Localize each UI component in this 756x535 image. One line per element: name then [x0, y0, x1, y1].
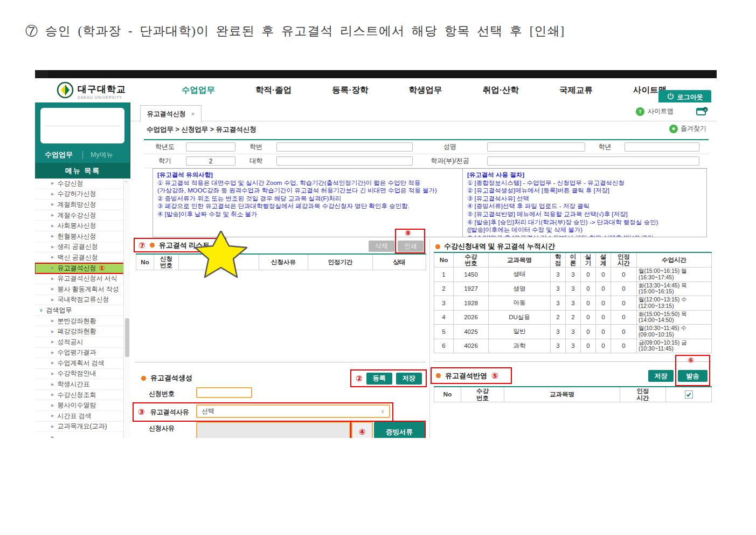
apply-title-box: 유고결석반영 ⑤	[431, 367, 512, 384]
sidebar-item-10[interactable]: ▶봉사 활동계획서 작성	[35, 284, 130, 295]
save-button[interactable]: 저장	[396, 373, 422, 385]
nav-item-5[interactable]: 국제교류	[559, 85, 593, 96]
sidebar-item-5[interactable]: ▶헌혈봉사신청	[35, 231, 130, 242]
sidebar-scrollbar[interactable]: ^	[123, 179, 130, 438]
notice-line: ④ [발송]이후 날짜 수정 및 취소 불가	[157, 210, 458, 218]
notice-title: [유고결석 유의사항]	[157, 171, 458, 179]
sidebar-item-2[interactable]: ▶계절희망신청	[35, 200, 130, 210]
favorite-link[interactable]: ★ 즐겨찾기	[669, 124, 706, 133]
notice-line: ([발송]이후에는 데이터 수정 및 삭제 불가)	[467, 226, 702, 234]
apply-table: No수강 번호교과목명인정 시간	[434, 386, 712, 402]
university-logo[interactable]: 대구대학교 DAEGU UNIVERSITY	[57, 81, 126, 101]
field-label-grade: 학년	[585, 142, 625, 152]
triangle-right-icon: ▶	[51, 245, 54, 249]
sidebar-tabs: 수업업무 My메뉴	[35, 147, 130, 163]
sidebar-item-1[interactable]: ▶수강허가신청	[35, 189, 130, 200]
triangle-right-icon: ▶	[51, 287, 54, 291]
apply-save-button[interactable]: 저장	[648, 370, 674, 382]
sidebar-item-6[interactable]: ▶생리 공결신청	[35, 242, 130, 253]
favorite-label: 즐겨찾기	[681, 124, 706, 133]
reason-select-dropdown[interactable]: 선택 ∨	[196, 404, 390, 418]
semester-input[interactable]: 2	[186, 156, 235, 166]
scroll-up-icon[interactable]: ^	[125, 180, 127, 184]
enroll-cell: 0	[581, 268, 596, 282]
sidebar-item-0[interactable]: ▶수강신청	[35, 179, 130, 189]
scrollbar-thumb[interactable]	[125, 318, 129, 357]
triangle-right-icon: ▶	[51, 424, 54, 429]
grade-input[interactable]	[625, 142, 699, 152]
evidence-button[interactable]: 증빙서류	[374, 422, 425, 438]
annotation-6: ⑥	[688, 356, 694, 365]
nav-item-2[interactable]: 등록·장학	[332, 85, 368, 96]
sidebar-item-15[interactable]: ▶성적공시	[35, 337, 130, 348]
enroll-cell: 금(09:00~10:15) 금(10:30~11:45)	[637, 339, 712, 353]
sidebar-item-21[interactable]: ▶봉사이수열람	[35, 400, 130, 411]
sidebar-item-3[interactable]: ▶계절수강신청	[35, 210, 130, 221]
field-label-college: 대학	[235, 156, 276, 166]
enroll-cell: 3	[551, 282, 566, 296]
apply-reason-textarea[interactable]	[196, 422, 350, 438]
triangle-right-icon: ▶	[51, 234, 54, 238]
apply-title-label: 유고결석반영	[445, 371, 487, 381]
university-logo-icon	[57, 81, 74, 101]
sidebar-item-22[interactable]: ▶시간표 검색	[35, 411, 130, 422]
sidebar-item-label: 성적공시	[57, 338, 83, 347]
enroll-cell: 0	[596, 310, 611, 325]
site-header: 대구대학교 DAEGU UNIVERSITY 수업업무학적·졸업등록·장학학생업…	[35, 78, 717, 102]
enroll-cell: 0	[596, 296, 611, 311]
enroll-column-header: 설 계	[596, 252, 611, 268]
college-input[interactable]	[276, 156, 413, 166]
sidebar-item-14[interactable]: ▶폐강강좌현황	[35, 326, 130, 337]
sidebar-item-7[interactable]: ▶백신 공결신청	[35, 252, 130, 263]
sidebar-item-12[interactable]: ∨검색업무	[35, 305, 130, 316]
panel-divider	[429, 239, 430, 438]
sidebar-item-8[interactable]: ▶유고결석신청①	[35, 263, 130, 274]
table-row: 11450생태33000월(15:00~16:15) 월(16:30~17:45…	[434, 268, 712, 282]
sidebar-tab-lecture[interactable]: 수업업무	[45, 150, 73, 160]
header-select-checkbox[interactable]	[685, 390, 693, 399]
sidebar-item-label: 계절수강신청	[57, 211, 96, 220]
studentno-input[interactable]	[276, 142, 413, 152]
triangle-right-icon: ▶	[51, 372, 54, 376]
sidebar-item-9[interactable]: ▶유고결석신청서 서식	[35, 273, 130, 284]
sidebar-item-18[interactable]: ▶수강학점안내	[35, 369, 130, 380]
table-row: 21927생명33000화(13:30~14:45) 목(15:00~16:15…	[434, 282, 712, 296]
delete-button[interactable]: 삭제	[369, 241, 394, 252]
sidebar-item-24[interactable]: ▶	[35, 432, 130, 438]
enroll-cell: 4026	[454, 339, 489, 353]
enroll-cell: 6	[434, 339, 454, 353]
triangle-right-icon: ▶	[51, 403, 54, 408]
sidebar-tab-mymenu[interactable]: My메뉴	[91, 150, 113, 160]
sidebar-item-13[interactable]: ▶분반강좌현황	[35, 316, 130, 327]
table-row: 42026DU실용22000화(15:00~15:50) 목(14:00~14:…	[434, 310, 712, 325]
apply-no-input[interactable]	[196, 387, 252, 398]
enrollment-header-row: No수강 번호교과목명학 점이 론실 기설 계인정 시간수업시간	[434, 252, 712, 268]
nav-item-4[interactable]: 취업·산학	[483, 85, 519, 96]
sitemap-link[interactable]: T 사이트맵	[636, 107, 674, 116]
enroll-cell: 2	[551, 310, 566, 325]
notice-line: (가상강좌, MOOC강좌 등 원격수업과 학습기간이 유고결석 허용기간보다 …	[157, 187, 458, 195]
enroll-column-header: 이 론	[566, 252, 581, 268]
sidebar-item-16[interactable]: ▶수업평가결과	[35, 348, 130, 359]
nav-item-1[interactable]: 학적·졸업	[255, 85, 292, 96]
sidebar-item-20[interactable]: ▶수강신청조회	[35, 390, 130, 401]
register-button[interactable]: 등록	[366, 373, 392, 385]
enroll-cell: 3	[566, 296, 581, 311]
name-input[interactable]	[487, 142, 585, 152]
notice-line: ④ [증빙서류]선택 후 파일 업로드 - 저장 클릭	[467, 202, 702, 210]
tab-absence-application[interactable]: 유고결석신청 ×	[140, 105, 202, 122]
sidebar-item-19[interactable]: ▶학생시간표	[35, 379, 130, 390]
sidebar-item-11[interactable]: ▶국내학점교류신청	[35, 295, 130, 306]
sidebar-tab-divider	[82, 151, 83, 159]
sidebar-item-17[interactable]: ▶수업계획서 검색	[35, 358, 130, 369]
sidebar-item-4[interactable]: ▶사회봉사신청	[35, 221, 130, 231]
document-title: ⑦ 승인 (학과장 - 단과대학)이 완료된 후 유고결석 리스트에서 해당 항…	[25, 23, 565, 39]
nav-item-0[interactable]: 수업업무	[182, 85, 215, 96]
tab-label: 유고결석신청	[147, 109, 186, 119]
window-close-icon[interactable]: x	[696, 107, 708, 119]
department-input[interactable]	[487, 156, 699, 166]
year-input[interactable]	[186, 142, 235, 152]
sidebar-item-23[interactable]: ▶교과목개요(교과)	[35, 422, 130, 433]
tab-close-icon[interactable]: ×	[191, 111, 195, 117]
nav-item-3[interactable]: 학생업무	[409, 85, 442, 96]
